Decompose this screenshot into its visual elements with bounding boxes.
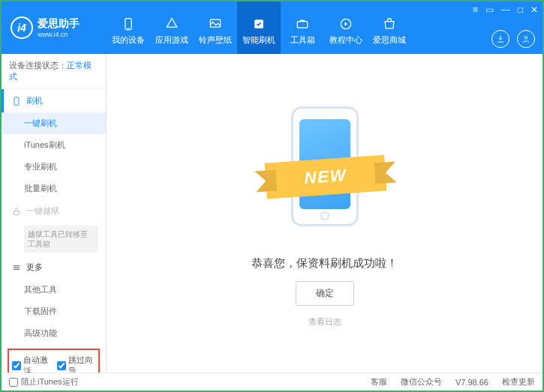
category-label: 刷机 (26, 95, 43, 106)
titlebar: i4 爱思助手 www.i4.cn 我的设备 应用游戏 铃声壁纸 智能刷机 工具… (2, 1, 542, 54)
statusbar-wechat[interactable]: 微信公众号 (401, 376, 442, 388)
svg-rect-8 (14, 211, 20, 214)
connection-status: 设备连接状态：正常模式 (2, 54, 106, 89)
app-window: i4 爱思助手 www.i4.cn 我的设备 应用游戏 铃声壁纸 智能刷机 工具… (0, 0, 544, 392)
category-label: 一键越狱 (26, 205, 59, 217)
menu-icon[interactable]: ≡ (473, 4, 478, 15)
nav-label: 铃声壁纸 (199, 34, 232, 46)
maximize-icon[interactable]: □ (518, 4, 523, 15)
store-icon (382, 16, 397, 31)
main-content: NEW 恭喜您，保资料刷机成功啦！ 确定 查看日志 (107, 54, 542, 373)
header-actions (491, 30, 535, 48)
nav-flash[interactable]: 智能刷机 (237, 1, 281, 54)
nav-ringtones[interactable]: 铃声壁纸 (194, 1, 237, 54)
statusbar-version: V7.98.66 (455, 378, 488, 387)
phone-icon (11, 96, 22, 106)
statusbar: 阻止iTunes运行 客服 微信公众号 V7.98.66 检查更新 (2, 373, 542, 391)
checkbox-input[interactable] (9, 378, 18, 387)
nav-store[interactable]: 爱思商城 (368, 1, 411, 54)
checkbox-label: 自动激活 (23, 355, 51, 373)
checkbox-label: 跳过向导 (68, 355, 96, 373)
sidebar-item-onekey-flash[interactable]: 一键刷机 (2, 112, 106, 134)
confirm-button[interactable]: 确定 (296, 281, 354, 306)
skin-icon[interactable]: ▭ (485, 4, 494, 15)
flash-icon (251, 16, 266, 31)
nav-apps[interactable]: 应用游戏 (150, 1, 194, 54)
checkbox-block-itunes[interactable]: 阻止iTunes运行 (9, 376, 79, 388)
view-log-link[interactable]: 查看日志 (308, 316, 341, 328)
statusbar-update[interactable]: 检查更新 (502, 376, 535, 388)
checkbox-skip-guide[interactable]: 跳过向导 (57, 355, 96, 373)
svg-point-6 (524, 37, 527, 40)
sidebar-item-download-firmware[interactable]: 下载固件 (2, 301, 106, 322)
close-icon[interactable]: ✕ (530, 4, 538, 15)
nav-label: 智能刷机 (242, 34, 275, 46)
download-button[interactable] (491, 30, 509, 48)
sidebar: 设备连接状态：正常模式 刷机 一键刷机 iTunes刷机 专业刷机 批量刷机 一… (2, 54, 107, 373)
sidebar-item-pro-flash[interactable]: 专业刷机 (2, 156, 106, 178)
sidebar-item-batch-flash[interactable]: 批量刷机 (2, 178, 106, 199)
new-ribbon: NEW (264, 154, 386, 199)
category-more[interactable]: 更多 (2, 256, 106, 279)
nav-label: 教程中心 (329, 34, 362, 46)
jailbreak-note: 越狱工具已转移至 工具箱 (24, 226, 98, 253)
nav-label: 我的设备 (112, 34, 145, 46)
options-highlight: 自动激活 跳过向导 (8, 349, 100, 373)
category-label: 更多 (26, 262, 43, 273)
nav-label: 爱思商城 (373, 34, 406, 46)
nav-tutorials[interactable]: 教程中心 (324, 1, 368, 54)
sidebar-item-other-tools[interactable]: 其他工具 (2, 279, 106, 301)
statusbar-service[interactable]: 客服 (371, 376, 387, 388)
checkbox-label: 阻止iTunes运行 (21, 376, 79, 388)
app-name: 爱思助手 (38, 17, 80, 31)
app-url: www.i4.cn (38, 31, 80, 38)
success-message: 恭喜您，保资料刷机成功啦！ (251, 256, 398, 271)
phone-icon (121, 16, 136, 31)
nav-label: 应用游戏 (155, 34, 188, 46)
checkbox-auto-activate[interactable]: 自动激活 (12, 355, 51, 373)
minimize-icon[interactable]: — (501, 4, 510, 15)
logo-icon: i4 (11, 16, 33, 39)
sidebar-item-itunes-flash[interactable]: iTunes刷机 (2, 134, 106, 156)
svg-rect-7 (14, 97, 19, 105)
nav-label: 工具箱 (290, 34, 315, 46)
apps-icon (164, 16, 179, 31)
svg-rect-4 (297, 21, 307, 27)
phone-illustration: NEW (269, 99, 381, 241)
body: 设备连接状态：正常模式 刷机 一键刷机 iTunes刷机 专业刷机 批量刷机 一… (2, 54, 542, 373)
tutorial-icon (338, 16, 353, 31)
toolbox-icon (295, 16, 310, 31)
user-button[interactable] (517, 30, 535, 48)
checkbox-input[interactable] (57, 361, 66, 370)
window-controls: ≡ ▭ — □ ✕ (473, 4, 538, 15)
category-flash[interactable]: 刷机 (2, 89, 106, 112)
lock-icon (11, 206, 22, 217)
wallpaper-icon (208, 16, 223, 31)
category-jailbreak: 一键越狱 (2, 199, 106, 223)
more-icon (11, 262, 22, 273)
sidebar-item-advanced[interactable]: 高级功能 (2, 322, 106, 344)
checkbox-input[interactable] (12, 361, 21, 370)
nav-toolbox[interactable]: 工具箱 (281, 1, 324, 54)
logo-area: i4 爱思助手 www.i4.cn (2, 16, 107, 39)
nav-my-device[interactable]: 我的设备 (107, 1, 150, 54)
